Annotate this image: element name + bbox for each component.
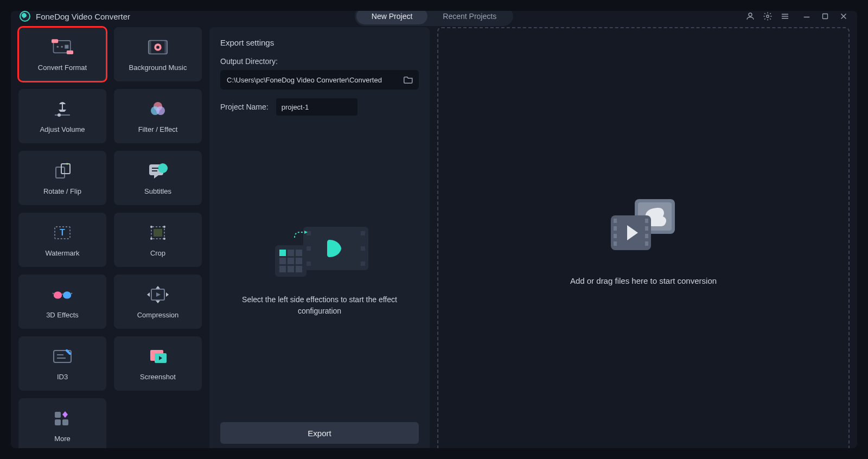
svg-rect-80 bbox=[614, 226, 617, 231]
volume-icon bbox=[52, 99, 73, 119]
svg-rect-68 bbox=[279, 258, 286, 264]
svg-rect-84 bbox=[645, 226, 648, 231]
svg-rect-72 bbox=[288, 266, 294, 272]
window-controls bbox=[802, 11, 848, 21]
project-tabs: New Project Recent Projects bbox=[355, 11, 513, 26]
export-settings-panel: Export settings Output Directory: C:\Use… bbox=[209, 27, 430, 448]
svg-point-10 bbox=[57, 46, 59, 47]
settings-icon[interactable] bbox=[763, 11, 773, 21]
svg-rect-62 bbox=[361, 246, 365, 251]
svg-rect-26 bbox=[56, 167, 65, 178]
tab-new-project[interactable]: New Project bbox=[356, 11, 427, 24]
svg-rect-82 bbox=[614, 241, 617, 246]
svg-rect-54 bbox=[55, 412, 61, 418]
tile-background-music[interactable]: Background Music bbox=[114, 27, 202, 81]
main-row: Convert Format Background Music Adjust V… bbox=[11, 22, 857, 448]
folder-browse-icon[interactable] bbox=[404, 75, 413, 84]
glasses-3d-icon bbox=[52, 285, 73, 304]
settings-placeholder: Select the left side effections to start… bbox=[220, 116, 419, 417]
svg-rect-63 bbox=[361, 262, 365, 266]
svg-point-41 bbox=[63, 291, 71, 298]
rotate-icon bbox=[52, 161, 73, 181]
project-name-input[interactable] bbox=[276, 98, 358, 116]
tile-watermark[interactable]: T Watermark bbox=[18, 213, 106, 267]
tile-label: Filter / Effect bbox=[138, 125, 178, 133]
svg-rect-83 bbox=[645, 219, 648, 223]
svg-rect-71 bbox=[279, 266, 286, 272]
minimize-icon[interactable] bbox=[802, 11, 812, 21]
svg-point-11 bbox=[61, 46, 62, 47]
svg-point-0 bbox=[749, 13, 752, 16]
svg-rect-66 bbox=[288, 250, 294, 256]
svg-point-1 bbox=[767, 15, 769, 18]
svg-point-19 bbox=[156, 46, 159, 49]
project-name-label: Project Name: bbox=[220, 103, 269, 111]
svg-point-22 bbox=[58, 113, 61, 117]
svg-point-38 bbox=[150, 238, 152, 240]
titlebar-right bbox=[745, 11, 848, 21]
tile-label: Background Music bbox=[129, 63, 187, 72]
tile-label: Subtitles bbox=[144, 187, 171, 195]
tile-filter-effect[interactable]: Filter / Effect bbox=[114, 89, 202, 143]
menu-icon[interactable] bbox=[780, 11, 790, 21]
svg-rect-12 bbox=[65, 44, 68, 48]
tile-more[interactable]: More bbox=[18, 398, 106, 448]
svg-point-29 bbox=[158, 163, 168, 173]
svg-point-39 bbox=[163, 238, 165, 240]
output-directory-label: Output Directory: bbox=[220, 57, 419, 66]
compression-icon bbox=[147, 285, 169, 304]
svg-rect-17 bbox=[164, 40, 167, 54]
app-title: FoneDog Video Converter bbox=[36, 12, 130, 21]
output-directory-input[interactable]: C:\Users\pc\FoneDog Video Converter\Conv… bbox=[220, 70, 419, 90]
tile-subtitles[interactable]: Subtitles bbox=[114, 151, 202, 205]
svg-rect-79 bbox=[614, 219, 617, 223]
dropzone-illustration-icon bbox=[605, 195, 681, 254]
maximize-icon[interactable] bbox=[820, 11, 830, 21]
tile-label: Screenshot bbox=[140, 373, 176, 381]
svg-rect-35 bbox=[154, 229, 162, 237]
titlebar-left: FoneDog Video Converter bbox=[20, 11, 130, 22]
tab-recent-projects-label: Recent Projects bbox=[443, 12, 496, 21]
close-icon[interactable] bbox=[839, 11, 848, 21]
tile-rotate-flip[interactable]: Rotate / Flip bbox=[18, 151, 106, 205]
tab-recent-projects[interactable]: Recent Projects bbox=[427, 11, 512, 24]
tile-adjust-volume[interactable]: Adjust Volume bbox=[18, 89, 106, 143]
tile-compression[interactable]: Compression bbox=[114, 275, 202, 329]
tools-grid: Convert Format Background Music Adjust V… bbox=[18, 27, 202, 448]
subtitles-icon bbox=[147, 161, 169, 181]
svg-text:T: T bbox=[60, 228, 65, 237]
app-window: FoneDog Video Converter New Project Rece… bbox=[11, 11, 857, 448]
music-icon bbox=[147, 37, 169, 57]
placeholder-illustration-icon bbox=[265, 216, 374, 281]
convert-format-icon bbox=[52, 37, 73, 57]
more-icon bbox=[52, 409, 73, 428]
project-name-row: Project Name: bbox=[220, 98, 419, 116]
tile-screenshot[interactable]: Screenshot bbox=[114, 336, 202, 391]
svg-rect-16 bbox=[149, 40, 151, 54]
export-settings-title: Export settings bbox=[220, 38, 419, 47]
tile-label: 3D Effects bbox=[46, 311, 79, 319]
tile-id3[interactable]: ID3 bbox=[18, 336, 106, 391]
svg-rect-27 bbox=[61, 164, 70, 174]
tile-label: Adjust Volume bbox=[40, 125, 85, 133]
svg-rect-59 bbox=[307, 246, 311, 251]
svg-rect-61 bbox=[361, 231, 365, 235]
tile-label: Convert Format bbox=[38, 63, 87, 72]
tile-convert-format[interactable]: Convert Format bbox=[18, 27, 106, 81]
id3-icon bbox=[52, 347, 73, 366]
svg-rect-74 bbox=[279, 250, 286, 256]
crop-icon bbox=[147, 223, 169, 243]
export-button[interactable]: Export bbox=[220, 422, 419, 444]
file-drop-zone[interactable]: Add or drag files here to start conversi… bbox=[437, 27, 850, 448]
account-icon[interactable] bbox=[745, 11, 755, 21]
settings-help-text: Select the left side effections to start… bbox=[233, 294, 406, 317]
svg-point-25 bbox=[156, 106, 165, 115]
svg-rect-67 bbox=[296, 250, 302, 256]
tab-new-project-label: New Project bbox=[372, 12, 412, 21]
tile-crop[interactable]: Crop bbox=[114, 213, 202, 267]
svg-rect-56 bbox=[62, 419, 68, 425]
svg-rect-13 bbox=[52, 39, 58, 43]
tile-label: Watermark bbox=[45, 249, 79, 257]
filter-icon bbox=[147, 99, 169, 119]
tile-3d-effects[interactable]: 3D Effects bbox=[18, 275, 106, 329]
